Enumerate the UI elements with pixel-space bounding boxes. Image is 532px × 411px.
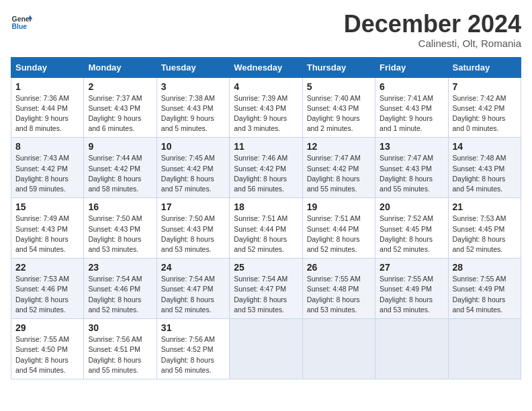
day-number: 23 — [88, 262, 152, 273]
day-info: Sunrise: 7:43 AM Sunset: 4:42 PM Dayligh… — [15, 153, 79, 194]
calendar-week-row: 15Sunrise: 7:49 AM Sunset: 4:43 PM Dayli… — [11, 198, 521, 259]
calendar-cell: 3Sunrise: 7:38 AM Sunset: 4:43 PM Daylig… — [157, 77, 229, 138]
calendar-cell: 18Sunrise: 7:51 AM Sunset: 4:44 PM Dayli… — [230, 198, 302, 259]
calendar-cell: 4Sunrise: 7:39 AM Sunset: 4:43 PM Daylig… — [230, 77, 302, 138]
day-number: 25 — [234, 262, 298, 273]
calendar-cell: 5Sunrise: 7:40 AM Sunset: 4:43 PM Daylig… — [302, 77, 375, 138]
logo-icon: General Blue — [11, 11, 32, 32]
calendar-cell: 1Sunrise: 7:36 AM Sunset: 4:44 PM Daylig… — [11, 77, 84, 138]
calendar-week-row: 8Sunrise: 7:43 AM Sunset: 4:42 PM Daylig… — [11, 138, 521, 198]
day-number: 6 — [380, 81, 443, 92]
weekday-header-monday: Monday — [84, 57, 157, 77]
day-number: 22 — [15, 262, 79, 273]
day-info: Sunrise: 7:38 AM Sunset: 4:43 PM Dayligh… — [161, 93, 225, 134]
day-info: Sunrise: 7:53 AM Sunset: 4:46 PM Dayligh… — [15, 274, 79, 315]
calendar-cell: 2Sunrise: 7:37 AM Sunset: 4:43 PM Daylig… — [84, 77, 157, 138]
day-info: Sunrise: 7:56 AM Sunset: 4:52 PM Dayligh… — [161, 334, 225, 375]
calendar-cell — [302, 319, 375, 379]
day-info: Sunrise: 7:56 AM Sunset: 4:51 PM Dayligh… — [88, 334, 152, 375]
day-number: 7 — [453, 81, 517, 92]
day-info: Sunrise: 7:55 AM Sunset: 4:49 PM Dayligh… — [380, 274, 443, 315]
calendar-cell: 16Sunrise: 7:50 AM Sunset: 4:43 PM Dayli… — [84, 198, 157, 259]
calendar-cell: 15Sunrise: 7:49 AM Sunset: 4:43 PM Dayli… — [11, 198, 84, 259]
calendar-cell: 25Sunrise: 7:54 AM Sunset: 4:47 PM Dayli… — [230, 259, 302, 319]
day-number: 30 — [88, 322, 152, 333]
day-info: Sunrise: 7:42 AM Sunset: 4:42 PM Dayligh… — [453, 93, 517, 134]
calendar-cell: 26Sunrise: 7:55 AM Sunset: 4:48 PM Dayli… — [302, 259, 375, 319]
calendar-cell — [230, 319, 302, 379]
calendar-cell: 21Sunrise: 7:53 AM Sunset: 4:45 PM Dayli… — [448, 198, 521, 259]
day-number: 8 — [15, 141, 79, 152]
day-info: Sunrise: 7:54 AM Sunset: 4:47 PM Dayligh… — [234, 274, 298, 315]
day-info: Sunrise: 7:45 AM Sunset: 4:42 PM Dayligh… — [161, 153, 225, 194]
calendar-cell: 14Sunrise: 7:48 AM Sunset: 4:43 PM Dayli… — [448, 138, 521, 198]
day-number: 24 — [161, 262, 225, 273]
day-number: 20 — [380, 201, 443, 212]
day-info: Sunrise: 7:51 AM Sunset: 4:44 PM Dayligh… — [307, 214, 371, 255]
calendar-cell: 22Sunrise: 7:53 AM Sunset: 4:46 PM Dayli… — [11, 259, 84, 319]
calendar-cell: 17Sunrise: 7:50 AM Sunset: 4:43 PM Dayli… — [157, 198, 229, 259]
weekday-header-saturday: Saturday — [448, 57, 521, 77]
day-info: Sunrise: 7:46 AM Sunset: 4:42 PM Dayligh… — [234, 153, 298, 194]
day-number: 12 — [307, 141, 371, 152]
logo: General Blue — [11, 11, 32, 32]
calendar-cell: 19Sunrise: 7:51 AM Sunset: 4:44 PM Dayli… — [302, 198, 375, 259]
day-info: Sunrise: 7:49 AM Sunset: 4:43 PM Dayligh… — [15, 214, 79, 255]
weekday-header-row: SundayMondayTuesdayWednesdayThursdayFrid… — [11, 57, 521, 77]
calendar-cell: 30Sunrise: 7:56 AM Sunset: 4:51 PM Dayli… — [84, 319, 157, 379]
day-number: 15 — [15, 201, 79, 212]
day-info: Sunrise: 7:36 AM Sunset: 4:44 PM Dayligh… — [15, 93, 79, 134]
day-info: Sunrise: 7:53 AM Sunset: 4:45 PM Dayligh… — [453, 214, 517, 255]
day-info: Sunrise: 7:54 AM Sunset: 4:47 PM Dayligh… — [161, 274, 225, 315]
calendar-cell: 29Sunrise: 7:55 AM Sunset: 4:50 PM Dayli… — [11, 319, 84, 379]
calendar-cell: 8Sunrise: 7:43 AM Sunset: 4:42 PM Daylig… — [11, 138, 84, 198]
day-number: 17 — [161, 201, 225, 212]
day-info: Sunrise: 7:37 AM Sunset: 4:43 PM Dayligh… — [88, 93, 152, 134]
calendar-cell: 11Sunrise: 7:46 AM Sunset: 4:42 PM Dayli… — [230, 138, 302, 198]
day-info: Sunrise: 7:51 AM Sunset: 4:44 PM Dayligh… — [234, 214, 298, 255]
day-info: Sunrise: 7:55 AM Sunset: 4:48 PM Dayligh… — [307, 274, 371, 315]
calendar-cell: 20Sunrise: 7:52 AM Sunset: 4:45 PM Dayli… — [375, 198, 448, 259]
calendar-cell: 28Sunrise: 7:55 AM Sunset: 4:49 PM Dayli… — [448, 259, 521, 319]
day-info: Sunrise: 7:55 AM Sunset: 4:49 PM Dayligh… — [453, 274, 517, 315]
month-title: December 2024 — [344, 11, 521, 38]
calendar-cell: 6Sunrise: 7:41 AM Sunset: 4:43 PM Daylig… — [375, 77, 448, 138]
title-block: December 2024 Calinesti, Olt, Romania — [344, 11, 521, 49]
day-number: 4 — [234, 81, 298, 92]
day-info: Sunrise: 7:54 AM Sunset: 4:46 PM Dayligh… — [88, 274, 152, 315]
day-info: Sunrise: 7:39 AM Sunset: 4:43 PM Dayligh… — [234, 93, 298, 134]
calendar-cell — [375, 319, 448, 379]
day-number: 21 — [453, 201, 517, 212]
day-info: Sunrise: 7:48 AM Sunset: 4:43 PM Dayligh… — [453, 153, 517, 194]
svg-text:Blue: Blue — [12, 23, 28, 30]
calendar-cell: 27Sunrise: 7:55 AM Sunset: 4:49 PM Dayli… — [375, 259, 448, 319]
calendar-cell: 7Sunrise: 7:42 AM Sunset: 4:42 PM Daylig… — [448, 77, 521, 138]
day-number: 28 — [453, 262, 517, 273]
day-info: Sunrise: 7:52 AM Sunset: 4:45 PM Dayligh… — [380, 214, 443, 255]
calendar-cell: 13Sunrise: 7:47 AM Sunset: 4:43 PM Dayli… — [375, 138, 448, 198]
day-number: 16 — [88, 201, 152, 212]
day-number: 2 — [88, 81, 152, 92]
weekday-header-tuesday: Tuesday — [157, 57, 229, 77]
day-number: 27 — [380, 262, 443, 273]
calendar-cell: 24Sunrise: 7:54 AM Sunset: 4:47 PM Dayli… — [157, 259, 229, 319]
day-number: 31 — [161, 322, 225, 333]
location-subtitle: Calinesti, Olt, Romania — [344, 38, 521, 49]
day-info: Sunrise: 7:50 AM Sunset: 4:43 PM Dayligh… — [88, 214, 152, 255]
day-info: Sunrise: 7:44 AM Sunset: 4:42 PM Dayligh… — [88, 153, 152, 194]
calendar-cell: 23Sunrise: 7:54 AM Sunset: 4:46 PM Dayli… — [84, 259, 157, 319]
calendar-week-row: 29Sunrise: 7:55 AM Sunset: 4:50 PM Dayli… — [11, 319, 521, 379]
day-info: Sunrise: 7:55 AM Sunset: 4:50 PM Dayligh… — [15, 334, 79, 375]
weekday-header-wednesday: Wednesday — [230, 57, 302, 77]
weekday-header-thursday: Thursday — [302, 57, 375, 77]
page-header: General Blue December 2024 Calinesti, Ol… — [11, 11, 521, 49]
day-number: 5 — [307, 81, 371, 92]
day-number: 13 — [380, 141, 443, 152]
calendar-table: SundayMondayTuesdayWednesdayThursdayFrid… — [11, 57, 521, 379]
calendar-cell — [448, 319, 521, 379]
day-number: 10 — [161, 141, 225, 152]
weekday-header-friday: Friday — [375, 57, 448, 77]
calendar-cell: 10Sunrise: 7:45 AM Sunset: 4:42 PM Dayli… — [157, 138, 229, 198]
calendar-cell: 12Sunrise: 7:47 AM Sunset: 4:42 PM Dayli… — [302, 138, 375, 198]
calendar-week-row: 22Sunrise: 7:53 AM Sunset: 4:46 PM Dayli… — [11, 259, 521, 319]
